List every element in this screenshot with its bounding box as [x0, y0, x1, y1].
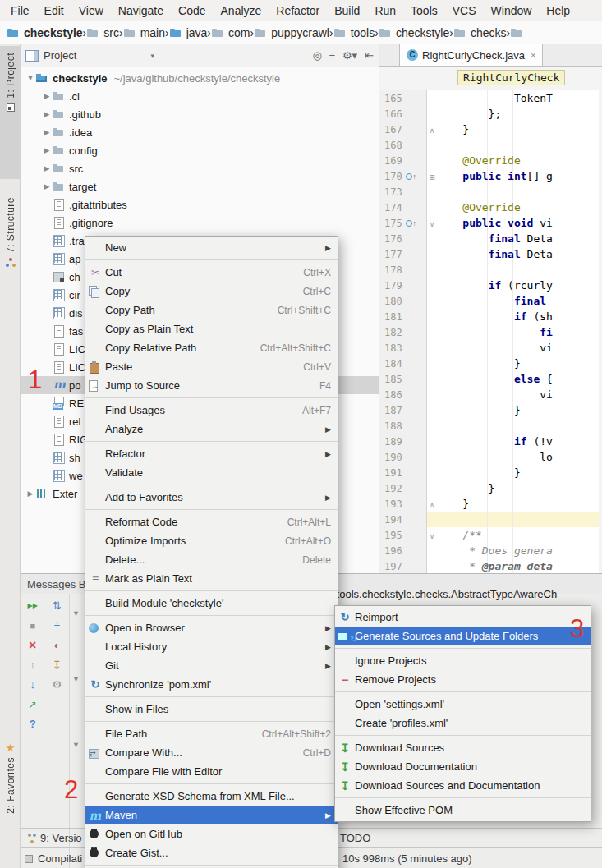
menu-item-remove-projects[interactable]: Remove Projects: [335, 670, 591, 689]
tree-expand-icon[interactable]: ▶: [42, 128, 52, 136]
tree-expand-icon[interactable]: ▼: [25, 74, 35, 82]
version-control-button[interactable]: 9: Versio: [28, 832, 82, 844]
menubar-item-run[interactable]: Run: [367, 0, 403, 21]
menubar-item-code[interactable]: Code: [171, 0, 213, 21]
menu-item-optimize-imports[interactable]: Optimize ImportsCtrl+Alt+O: [85, 531, 338, 550]
breadcrumb-item[interactable]: src: [86, 26, 119, 39]
menubar-item-help[interactable]: Help: [539, 0, 577, 21]
editor-tab-rightcurlycheck[interactable]: C RightCurlyCheck.java ×: [399, 44, 543, 67]
menubar-item-build[interactable]: Build: [327, 0, 367, 21]
breadcrumb-item[interactable]: [510, 26, 527, 39]
menu-item-file-path[interactable]: File PathCtrl+Alt+Shift+2: [85, 724, 338, 743]
editor-scrollbar[interactable]: [599, 90, 602, 575]
tree-item-gitignore[interactable]: .gitignore: [21, 214, 379, 232]
menu-item-copy-path[interactable]: Copy PathCtrl+Shift+C: [85, 301, 338, 319]
filter-icon[interactable]: ◐: [54, 636, 60, 656]
console-expander-icon[interactable]: ▼: [72, 675, 80, 683]
menubar-item-navigate[interactable]: Navigate: [111, 0, 171, 21]
menubar-item-analyze[interactable]: Analyze: [214, 0, 269, 21]
tree-item-checkstyle[interactable]: ▼checkstyle~/java/github/checkstyle/chec…: [21, 69, 379, 87]
menu-item-delete-[interactable]: Delete...Delete: [85, 550, 338, 569]
tree-expand-icon[interactable]: ▶: [42, 146, 52, 154]
menu-item-copy[interactable]: CopyCtrl+C: [85, 282, 338, 301]
menu-item-copy-relative-path[interactable]: Copy Relative PathCtrl+Alt+Shift+C: [85, 338, 338, 357]
menu-item-create-profiles-xml-[interactable]: Create 'profiles.xml': [335, 714, 591, 733]
menu-item-git[interactable]: Git▶: [85, 656, 338, 675]
tree-item-config[interactable]: ▶config: [21, 141, 379, 159]
override-icon[interactable]: [406, 173, 412, 180]
gear-icon[interactable]: ⚙▾: [342, 49, 357, 62]
settings-icon[interactable]: ⚙: [52, 676, 62, 696]
menu-item-reformat-code[interactable]: Reformat CodeCtrl+Alt+L: [85, 512, 338, 531]
stop-icon[interactable]: ■: [30, 617, 35, 636]
expand-all-icon[interactable]: ⇅: [53, 597, 62, 617]
menu-item-synchronize-pom-xml-[interactable]: Synchronize 'pom.xml': [85, 675, 338, 694]
rerun-icon[interactable]: ▶▶: [28, 597, 38, 617]
menu-item-download-documentation[interactable]: Download Documentation: [335, 757, 591, 776]
export-icon[interactable]: ↗: [29, 696, 37, 715]
collapse-all-icon[interactable]: ÷: [54, 617, 60, 636]
code-area[interactable]: 165 TokenT166 };167∧ }168 169 @Override1…: [379, 90, 602, 575]
close-tab-icon[interactable]: ×: [531, 50, 535, 60]
collapse-all-icon[interactable]: ÷: [329, 49, 335, 62]
menu-item-open-on-github[interactable]: Open on GitHub: [85, 824, 338, 843]
menu-item-copy-as-plain-text[interactable]: Copy as Plain Text: [85, 319, 338, 338]
tree-item-ci[interactable]: ▶.ci: [21, 87, 379, 105]
menu-item-generate-sources-and-update-folders[interactable]: Generate Sources and Update Folders: [335, 627, 591, 645]
menubar-item-window[interactable]: Window: [484, 0, 540, 21]
up-icon[interactable]: ↑: [30, 656, 36, 676]
breadcrumb-item[interactable]: main: [123, 26, 165, 39]
menu-item-jump-to-source[interactable]: Jump to SourceF4: [85, 376, 338, 395]
breadcrumb-item[interactable]: checks: [453, 26, 507, 39]
fold-marker-icon[interactable]: ∧: [427, 498, 437, 512]
tree-expand-icon[interactable]: ▶: [42, 92, 52, 100]
tree-item-target[interactable]: ▶target: [21, 177, 379, 195]
tree-item-src[interactable]: ▶src: [21, 159, 379, 177]
override-icon[interactable]: [406, 220, 412, 227]
menu-item-mark-as-plain-text[interactable]: Mark as Plain Text: [85, 569, 338, 588]
menu-item-build-module-checkstyle-[interactable]: Build Module 'checkstyle': [85, 594, 338, 613]
menu-item-download-sources[interactable]: Download Sources: [335, 738, 591, 757]
fold-marker-icon[interactable]: ∨: [427, 529, 437, 543]
menu-item-local-history[interactable]: Local History▶: [85, 637, 338, 656]
menubar-item-vcs[interactable]: VCS: [445, 0, 484, 21]
fold-marker-icon[interactable]: ∨: [427, 217, 437, 231]
menubar-item-file[interactable]: File: [3, 0, 37, 21]
breadcrumb-item[interactable]: tools: [333, 26, 375, 39]
menu-item-create-gist-[interactable]: Create Gist...: [85, 843, 338, 862]
todo-button[interactable]: TODO: [340, 832, 370, 844]
menubar-item-edit[interactable]: Edit: [37, 0, 71, 21]
fold-marker-icon[interactable]: ⊞: [427, 170, 437, 184]
tree-expand-icon[interactable]: ▶: [42, 164, 52, 172]
menu-item-validate[interactable]: Validate: [85, 463, 338, 482]
tree-expand-icon[interactable]: ▶: [42, 182, 52, 191]
tree-item-idea[interactable]: ▶.idea: [21, 123, 379, 141]
tree-item-github[interactable]: ▶.github: [21, 105, 379, 123]
menu-item-compare-file-with-editor[interactable]: Compare File with Editor: [85, 762, 338, 781]
menu-item-compare-with-[interactable]: Compare With...Ctrl+D: [85, 743, 338, 762]
menu-item-find-usages[interactable]: Find UsagesAlt+F7: [85, 401, 338, 420]
menu-item-generate-xsd-schema-from-xml-file-[interactable]: Generate XSD Schema from XML File...: [85, 787, 338, 806]
menu-item-new[interactable]: New▶: [85, 238, 338, 257]
tree-expand-icon[interactable]: ▶: [25, 489, 35, 498]
tree-expand-icon[interactable]: ▶: [42, 110, 52, 118]
menu-item-show-effective-pom[interactable]: Show Effective POM: [335, 801, 591, 820]
console-expander-icon[interactable]: ▼: [72, 741, 80, 749]
menu-item-maven[interactable]: Maven▶: [85, 806, 338, 824]
down-icon[interactable]: ↓: [30, 676, 36, 696]
menubar-item-refactor[interactable]: Refactor: [269, 0, 327, 21]
menu-item-download-sources-and-documentation[interactable]: Download Sources and Documentation: [335, 776, 591, 795]
tool-tab-structure[interactable]: 7: Structure: [0, 192, 21, 299]
tree-item-gitattributes[interactable]: .gitattributes: [21, 195, 379, 214]
tool-tab-favorites[interactable]: ★ 2: Favorites: [0, 738, 21, 837]
breadcrumb-item[interactable]: com: [211, 26, 250, 39]
download-to-icon[interactable]: ↧: [52, 656, 62, 676]
menubar-item-view[interactable]: View: [71, 0, 111, 21]
hide-panel-icon[interactable]: ⇤: [365, 49, 374, 62]
project-view-dropdown-icon[interactable]: ▾: [150, 52, 154, 60]
help-icon[interactable]: ?: [30, 715, 36, 735]
menu-item-show-in-files[interactable]: Show in Files: [85, 700, 338, 719]
locate-icon[interactable]: ◎: [312, 49, 321, 62]
menu-item-open-settings-xml-[interactable]: Open 'settings.xml': [335, 695, 591, 714]
menu-item-add-to-favorites[interactable]: Add to Favorites▶: [85, 488, 338, 507]
